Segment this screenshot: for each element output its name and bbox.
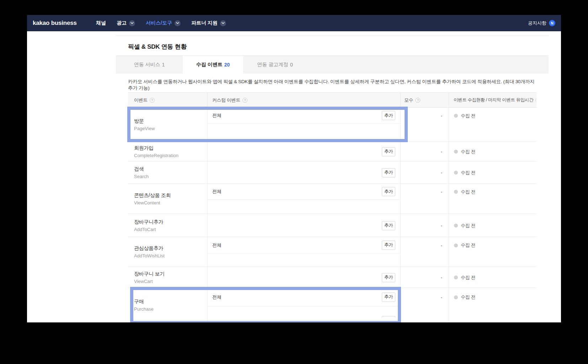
- help-icon[interactable]: ?: [150, 98, 155, 103]
- status-dot-icon: [454, 190, 458, 194]
- tab-count: 20: [224, 62, 230, 68]
- header-custom-event-label: 커스텀 이벤트: [212, 97, 240, 103]
- custom-event-all-label: 전체: [208, 188, 221, 195]
- description-text: 카카오 서비스를 연동하거나 웹사이트와 앱에 픽셀 & SDK를 설치하면 아…: [128, 79, 540, 91]
- population-cell: -: [401, 288, 449, 322]
- nav-item-label: 서비스/도구: [146, 20, 172, 26]
- population-cell: -: [401, 214, 449, 237]
- event-cell: 관심상품추가 AddToWishList: [128, 237, 208, 267]
- event-cell: 방문 PageView: [128, 108, 208, 141]
- add-custom-event-button[interactable]: 추가: [382, 221, 395, 230]
- nav-item-2[interactable]: 서비스/도구: [146, 20, 181, 26]
- population-cell: -: [401, 161, 449, 183]
- table-row-purchase: 구매 Purchase 전체 추가 - 수집 전: [128, 288, 536, 322]
- custom-event-subrow: 추가: [208, 142, 400, 161]
- status-dot-icon: [454, 150, 458, 154]
- table-header-row: 이벤트 ? 커스텀 이벤트 ? 모수 ? 이벤트 수집현황 / 마지막 이벤트 …: [128, 92, 536, 108]
- status-wrap: 수집 전: [449, 237, 536, 253]
- nav-right: 공지사항 N: [528, 15, 555, 31]
- event-name: 장바구니 보기: [134, 271, 207, 277]
- event-cell: 장바구니 보기 ViewCart: [128, 267, 208, 288]
- notice-link[interactable]: 공지사항: [528, 20, 546, 26]
- status-wrap: 수집 전: [449, 184, 536, 200]
- event-name: 구매: [134, 299, 207, 305]
- nav-item-label: 광고: [117, 20, 127, 26]
- event-code: Purchase: [134, 306, 207, 312]
- header-custom-event: 커스텀 이벤트 ?: [208, 93, 401, 107]
- status-cell: 수집 전: [449, 214, 536, 237]
- custom-event-subrow: 추가: [208, 267, 400, 288]
- custom-event-subrow: 추가: [208, 214, 400, 237]
- add-custom-event-button[interactable]: 추가: [382, 168, 395, 177]
- custom-event-all-label: 전체: [208, 242, 221, 248]
- add-custom-event-button[interactable]: 추가: [382, 273, 395, 282]
- event-code: AddToCart: [134, 227, 207, 232]
- pixel-sdk-card: 픽셀 & SDK 연동 현황 연동 서비스1수집 이벤트20연동 광고계정0 카…: [116, 36, 549, 322]
- custom-event-all-label: 전체: [208, 294, 221, 300]
- tab-2[interactable]: 수집 이벤트20: [183, 56, 243, 74]
- partial-add-button[interactable]: [382, 316, 395, 317]
- table-row-addtocart: 장바구니추가 AddToCart 추가 - 수집 전: [128, 214, 536, 237]
- status-dot-icon: [454, 243, 458, 247]
- chevron-down-icon: [129, 20, 135, 26]
- status-text: 수집 전: [461, 170, 475, 176]
- population-cell: -: [401, 237, 449, 267]
- population-cell: -: [401, 184, 449, 214]
- help-icon[interactable]: ?: [415, 98, 420, 103]
- tab-strip: 연동 서비스1수집 이벤트20연동 광고계정0: [116, 56, 549, 74]
- add-custom-event-button[interactable]: 추가: [382, 293, 395, 302]
- custom-event-cell: 추가: [208, 142, 401, 161]
- status-text: 수집 전: [461, 294, 475, 300]
- event-cell: 검색 Search: [128, 161, 208, 183]
- custom-event-all-label: 전체: [208, 112, 221, 119]
- status-dot-icon: [454, 275, 458, 279]
- header-event-label: 이벤트: [134, 97, 148, 103]
- tab-3[interactable]: 연동 광고계정0: [243, 56, 307, 74]
- nav-item-label: 채널: [96, 20, 106, 26]
- kakao-business-logo[interactable]: kakao business: [33, 15, 77, 31]
- tab-1[interactable]: 연동 서비스1: [116, 56, 183, 74]
- population-cell: -: [401, 108, 449, 141]
- status-cell: 수집 전: [449, 142, 536, 161]
- custom-event-subrow: 전체 추가: [208, 237, 400, 253]
- custom-event-cell: 전체 추가: [208, 108, 401, 141]
- custom-event-cell: 전체 추가: [208, 184, 401, 214]
- population-value: -: [401, 288, 449, 306]
- status-text: 수집 전: [461, 149, 475, 155]
- population-value: -: [401, 267, 449, 288]
- tab-label: 수집 이벤트: [196, 61, 223, 68]
- population-value: -: [401, 161, 449, 184]
- nav-item-0[interactable]: 채널: [96, 20, 106, 26]
- event-name: 회원가입: [134, 145, 207, 151]
- nav-item-label: 파트너 지원: [191, 20, 218, 26]
- event-code: CompleteRegistration: [134, 153, 207, 158]
- add-custom-event-button[interactable]: 추가: [382, 187, 395, 196]
- custom-event-cell: 추가: [208, 161, 401, 183]
- custom-event-subrow: 전체 추가: [208, 108, 400, 124]
- status-wrap: 수집 전: [449, 214, 536, 237]
- event-cell: 구매 Purchase: [128, 288, 208, 322]
- add-custom-event-button[interactable]: 추가: [382, 111, 395, 120]
- header-status-label: 이벤트 수집현황 / 마지막 이벤트 유입시간: [454, 97, 533, 103]
- add-custom-event-button[interactable]: 추가: [382, 241, 395, 250]
- custom-event-cell: 전체 추가: [208, 288, 401, 322]
- nav-item-1[interactable]: 광고: [117, 20, 135, 26]
- status-text: 수집 전: [461, 113, 475, 119]
- population-cell: -: [401, 142, 449, 161]
- add-custom-event-button[interactable]: 추가: [382, 147, 395, 156]
- population-cell: -: [401, 267, 449, 288]
- new-badge: N: [549, 20, 555, 26]
- help-icon[interactable]: ?: [242, 98, 247, 103]
- help-icon[interactable]: ?: [535, 98, 536, 103]
- chevron-down-icon: [220, 20, 226, 26]
- table-row-completeregistration: 회원가입 CompleteRegistration 추가 - 수집 전: [128, 142, 536, 161]
- population-value: -: [401, 214, 449, 237]
- custom-event-subrow: 전체 추가: [208, 184, 400, 200]
- nav-menu: 채널광고서비스/도구파트너 지원: [96, 15, 226, 31]
- status-text: 수집 전: [461, 274, 475, 281]
- nav-item-3[interactable]: 파트너 지원: [191, 20, 226, 26]
- event-name: 관심상품추가: [134, 245, 207, 252]
- browser-page: kakao business 채널광고서비스/도구파트너 지원 공지사항 N 픽…: [27, 15, 561, 322]
- custom-event-cell: 추가: [208, 214, 401, 237]
- population-value: -: [401, 184, 449, 200]
